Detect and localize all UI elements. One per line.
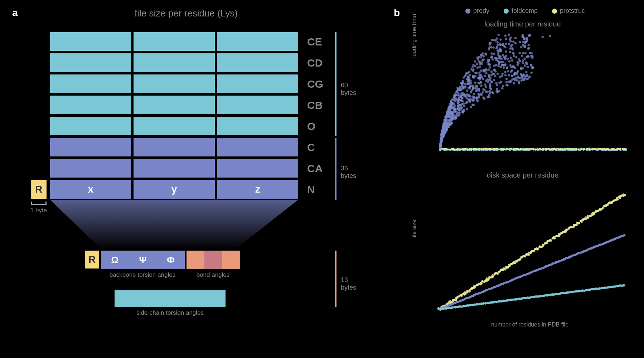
cell — [50, 32, 131, 51]
svg-point-660 — [461, 111, 464, 113]
svg-point-848 — [439, 149, 441, 150]
svg-point-310 — [497, 52, 499, 54]
svg-point-41 — [531, 72, 533, 74]
svg-point-788 — [504, 63, 506, 66]
svg-point-816 — [525, 61, 527, 63]
svg-point-805 — [515, 77, 517, 79]
svg-point-746 — [523, 79, 525, 81]
svg-point-820 — [524, 64, 526, 67]
svg-point-922 — [471, 149, 473, 150]
svg-point-407 — [510, 57, 512, 59]
cell — [50, 117, 131, 135]
svg-point-1412 — [528, 254, 530, 256]
atom-label: CD — [307, 57, 323, 69]
svg-point-842 — [549, 35, 551, 37]
svg-point-755 — [492, 73, 494, 75]
cell — [217, 117, 298, 135]
svg-point-812 — [489, 42, 491, 44]
svg-point-458 — [509, 40, 512, 42]
svg-point-323 — [505, 78, 508, 80]
svg-point-131 — [525, 71, 527, 73]
cell-y: y — [134, 180, 214, 199]
svg-point-273 — [474, 72, 476, 74]
svg-point-782 — [463, 108, 465, 111]
svg-point-367 — [504, 46, 507, 48]
svg-point-11 — [496, 84, 498, 86]
svg-point-683 — [461, 107, 463, 109]
svg-point-833 — [519, 60, 521, 62]
svg-point-588 — [506, 67, 508, 69]
r-bracket — [31, 202, 47, 205]
svg-point-627 — [530, 64, 532, 66]
svg-point-429 — [517, 62, 519, 64]
svg-point-430 — [508, 60, 510, 62]
svg-point-846 — [542, 36, 544, 38]
svg-point-297 — [470, 106, 472, 108]
svg-point-641 — [468, 71, 470, 73]
top-scatter-plot — [430, 32, 630, 158]
svg-point-439 — [496, 91, 498, 93]
svg-point-762 — [503, 67, 505, 69]
svg-point-1483 — [578, 222, 580, 224]
r-badge-comp: R — [85, 251, 99, 268]
cell — [50, 159, 131, 178]
svg-point-446 — [530, 55, 532, 57]
svg-point-489 — [505, 81, 508, 83]
svg-point-722 — [494, 75, 496, 77]
svg-point-143 — [495, 64, 497, 66]
svg-point-653 — [454, 116, 456, 118]
svg-point-808 — [472, 75, 474, 77]
svg-point-778 — [495, 59, 497, 61]
svg-point-525 — [482, 88, 484, 90]
svg-point-496 — [524, 52, 527, 54]
svg-point-786 — [483, 58, 485, 61]
svg-point-651 — [524, 45, 526, 47]
svg-point-1449 — [554, 237, 556, 240]
svg-point-766 — [443, 122, 445, 124]
svg-point-832 — [447, 109, 450, 111]
svg-point-836 — [442, 126, 445, 128]
svg-point-1444 — [550, 240, 552, 242]
svg-point-529 — [470, 90, 473, 92]
svg-point-843 — [529, 34, 531, 36]
bytes-upper: 60 bytes — [341, 82, 365, 97]
svg-point-754 — [475, 90, 478, 92]
svg-point-462 — [476, 67, 479, 69]
phi-cell: Φ — [157, 251, 185, 269]
cell — [217, 74, 298, 93]
bottom-x-axis: number of residues in PDB file — [430, 321, 630, 328]
svg-point-115 — [496, 38, 498, 40]
atom-label: CE — [307, 36, 322, 48]
cell — [50, 53, 131, 72]
svg-point-1806 — [624, 234, 626, 236]
svg-point-628 — [454, 98, 456, 100]
svg-point-583 — [505, 84, 508, 86]
svg-point-545 — [491, 56, 493, 58]
svg-point-730 — [499, 55, 502, 58]
svg-point-804 — [497, 49, 499, 52]
svg-point-1182 — [581, 149, 582, 150]
svg-point-1274 — [620, 148, 621, 150]
svg-point-716 — [444, 120, 446, 122]
bond-cell — [222, 251, 240, 269]
svg-point-674 — [454, 110, 456, 112]
svg-point-228 — [495, 82, 497, 84]
svg-point-579 — [456, 87, 459, 89]
svg-point-838 — [440, 137, 442, 140]
svg-point-813 — [510, 71, 512, 73]
svg-point-456 — [494, 39, 497, 42]
sidechain-label: side-chain torsion angles — [115, 309, 226, 316]
svg-point-1540 — [619, 197, 621, 199]
svg-point-1363 — [492, 276, 494, 278]
bond-cell — [187, 251, 204, 269]
svg-point-661 — [457, 92, 460, 95]
svg-point-441 — [508, 43, 510, 45]
svg-point-622 — [479, 76, 481, 78]
svg-point-844 — [523, 38, 525, 40]
svg-point-123 — [498, 90, 500, 92]
svg-point-589 — [522, 59, 524, 62]
legend-dot-icon — [552, 9, 557, 14]
svg-point-711 — [478, 74, 480, 76]
svg-point-544 — [492, 92, 494, 94]
r-byte-label: 1 byte — [28, 207, 49, 214]
